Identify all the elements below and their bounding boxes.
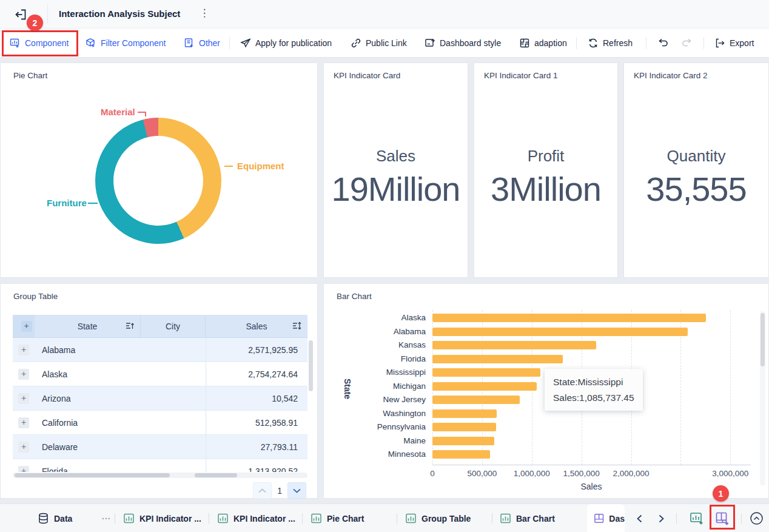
pie-label-equipment: Equipment <box>237 161 284 171</box>
dashboard-style-button[interactable]: Dashboard style <box>425 29 501 58</box>
bar-florida[interactable] <box>432 355 563 363</box>
tab-scroll-right-icon[interactable] <box>655 513 667 525</box>
expand-all-icon[interactable]: + <box>21 321 32 332</box>
bar-alaska[interactable] <box>432 314 706 322</box>
expand-row-icon[interactable]: + <box>18 369 29 380</box>
collapse-panel-button[interactable] <box>750 511 765 527</box>
app-header: Interaction Analysis Subject ⋮ <box>0 0 769 29</box>
bar-pennsylvania[interactable] <box>432 423 496 431</box>
table-row[interactable]: +Arizona10,542 <box>13 386 307 411</box>
table-header-row: + State City Sales <box>13 315 307 338</box>
page-down-button[interactable] <box>287 482 306 499</box>
other-button[interactable]: Other <box>184 29 220 58</box>
expand-all-cell[interactable]: + <box>13 315 35 337</box>
apply-for-publication-button[interactable]: Apply for publication <box>240 29 332 58</box>
bar-chart-scrollbar-thumb[interactable] <box>761 313 765 366</box>
more-options-icon[interactable]: ⋮ <box>199 7 210 19</box>
kpi-card-sales: KPI Indicator Card Sales 19Million <box>323 62 468 278</box>
chart-icon <box>217 513 229 524</box>
app-root: Interaction Analysis Subject ⋮ Component… <box>0 0 769 532</box>
sales-cell: 27,793.11 <box>206 435 307 459</box>
chart-icon <box>500 513 511 524</box>
component-tab-kpi-indicator[interactable]: KPI Indicator ... <box>123 504 201 532</box>
table-horizontal-scrollbar[interactable] <box>13 473 307 478</box>
donut-chart[interactable] <box>95 118 221 244</box>
exit-icon[interactable] <box>13 7 28 22</box>
sort-both-icon[interactable] <box>292 322 302 332</box>
tab-scroll-left-icon[interactable] <box>634 513 646 525</box>
expand-row-icon[interactable]: + <box>18 417 29 428</box>
table-row[interactable]: +Delaware27,793.11 <box>13 435 307 459</box>
column-header-label: City <box>166 322 180 331</box>
export-icon <box>714 38 725 49</box>
table-row[interactable]: +Florida1,313,920.52 <box>13 459 307 472</box>
dashboard-style-icon <box>425 38 435 49</box>
apply-for-publication-label: Apply for publication <box>255 38 332 48</box>
other-label: Other <box>199 38 220 48</box>
expand-row-icon[interactable]: + <box>18 393 29 404</box>
kpi-card-title: KPI Indicator Card <box>334 71 400 80</box>
kpi-card-quantity: KPI Indicator Card 2 Quantity 35,555 <box>623 62 769 278</box>
bar-category-label: Michigan <box>324 382 426 391</box>
component-tab-pie-chart[interactable]: Pie Chart <box>311 504 364 532</box>
table-row[interactable]: +California512,958.91 <box>13 411 307 435</box>
table-pager: 1 <box>253 482 306 499</box>
bar-washington[interactable] <box>432 409 497 418</box>
bar-row: New Jersey <box>324 393 753 406</box>
redo-button[interactable] <box>680 29 693 58</box>
component-tab-bar-chart[interactable]: Bar Chart <box>500 504 555 532</box>
public-link-button[interactable]: Public Link <box>351 29 407 58</box>
bar-row: Alabama <box>324 325 753 338</box>
component-tab-group-table[interactable]: Group Table <box>405 504 471 532</box>
bar-alabama[interactable] <box>432 328 688 336</box>
refresh-button[interactable]: Refresh <box>588 29 633 58</box>
bar-mississippi[interactable] <box>432 368 540 377</box>
data-tab[interactable]: Data <box>38 504 72 532</box>
bar-minnesota[interactable] <box>432 450 490 459</box>
sales-cell: 1,313,920.52 <box>206 459 307 472</box>
page-up-button[interactable] <box>253 482 272 499</box>
export-button[interactable]: Export <box>714 29 754 58</box>
table-row[interactable]: +Alaska2,754,274.64 <box>13 362 307 386</box>
scrollbar-thumb[interactable] <box>15 473 170 477</box>
chart-tooltip: State:Mississippi Sales:1,085,737.45 <box>545 369 643 411</box>
filter-component-button[interactable]: Filter Component <box>86 29 166 58</box>
column-header-sales[interactable]: Sales <box>206 315 307 337</box>
kpi-card-title: KPI Indicator Card 1 <box>484 71 558 80</box>
bar-row: Minnesota <box>324 448 753 461</box>
bar-category-label: Kansas <box>324 340 426 349</box>
kpi-metric-value: 3Million <box>474 169 617 209</box>
expand-row-icon[interactable]: + <box>18 345 29 355</box>
state-cell: California <box>35 418 141 428</box>
document-title: Interaction Analysis Subject <box>59 8 180 19</box>
bar-category-label: Alaska <box>324 313 426 322</box>
x-tick-label: 1,500,000 <box>563 469 600 478</box>
pie-label-furniture: Furniture <box>47 198 87 208</box>
table-vertical-scrollbar[interactable] <box>309 340 313 391</box>
sort-ascending-icon[interactable] <box>126 322 135 332</box>
bar-michigan[interactable] <box>432 382 537 391</box>
adaption-button[interactable]: adaption <box>519 29 567 58</box>
add-chart-button[interactable] <box>689 511 705 527</box>
toolbar-divider <box>646 37 646 49</box>
bar-kansas[interactable] <box>432 341 596 349</box>
bottom-bar-divider <box>492 513 492 524</box>
data-tab-label: Data <box>54 514 72 524</box>
expand-row-icon[interactable]: + <box>18 466 29 473</box>
filter-component-label: Filter Component <box>101 38 166 48</box>
undo-button[interactable] <box>657 29 670 58</box>
refresh-icon <box>588 38 599 49</box>
component-tab-kpi-indicator[interactable]: KPI Indicator ... <box>217 504 295 532</box>
bar-new-jersey[interactable] <box>432 396 520 404</box>
column-header-state[interactable]: State <box>35 315 141 337</box>
expand-row-icon[interactable]: + <box>18 442 29 453</box>
add-dashboard-button[interactable] <box>714 511 730 527</box>
table-row[interactable]: +Alabama2,571,925.95 <box>13 338 307 362</box>
active-dashboard-tab[interactable]: Das <box>587 504 625 532</box>
column-header-city[interactable]: City <box>141 315 206 337</box>
more-tabs-indicator[interactable]: ... <box>102 511 111 521</box>
component-tab-label: Group Table <box>421 514 471 524</box>
component-button[interactable]: Component <box>10 29 69 58</box>
scrollbar-thumb[interactable] <box>195 473 237 477</box>
bar-maine[interactable] <box>432 437 494 445</box>
